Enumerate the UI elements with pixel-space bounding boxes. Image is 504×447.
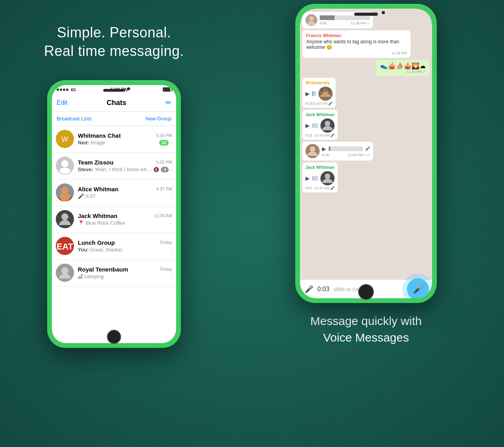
phone-inner-left: 4G 5:20 PM Edit Chats ✏ Broadcast Lists [52, 85, 176, 343]
signal-dots [57, 89, 68, 91]
svg-point-11 [61, 267, 68, 274]
jack-007-voice: ▶ [305, 171, 335, 185]
wolodarsky-bubble: Wolodarsky ▶ [302, 78, 336, 108]
wolodarsky-duration: 0:15 [305, 102, 313, 105]
new-group-button[interactable]: New Group [145, 116, 171, 122]
svg-text:W: W [62, 135, 68, 143]
signal-dot-4 [66, 89, 68, 91]
waveform-jack-032 [312, 123, 318, 128]
avatar-zissou [56, 157, 74, 175]
jack-032-voice: ▶ [305, 118, 335, 133]
phone-screen-right: 0:09 11:38 PM ✓ Francis Whitman Anyone w… [300, 9, 432, 298]
francis-sender: Francis Whitman [306, 33, 407, 38]
wolodarsky-footer: 0:15 11:42 AM 🎤 [305, 102, 333, 105]
chat-preview-text-zissou: Steve: Yeah, I think I know wha... [78, 166, 153, 172]
chat-preview-text-jack: 📍 Blue Rock Coffee [78, 220, 170, 226]
chat-preview-text-royal: 🏕 camping [78, 273, 170, 279]
voice-time-1: 11:38 PM ✓ [351, 21, 370, 25]
svg-point-13 [309, 16, 314, 21]
mic-018: 🎤 [365, 146, 370, 151]
chevron-whitmans: › [170, 140, 172, 146]
chat-item-lunch[interactable]: EAT Lunch Group Friday You: Great, thank… [52, 233, 176, 260]
msg-voice-018: ▶ 🎤 0:18 11:45 PM ✓✓ [302, 142, 373, 161]
emoji-content: 👟🎪⛵🎪🌄☁ [380, 62, 426, 70]
phone-camera-right [382, 11, 385, 14]
chat-preview-text-whitmans: Ned: Image [78, 140, 159, 146]
avatar-jack-032 [320, 118, 335, 133]
chat-item-zissou[interactable]: Team Zissou 5:02 PM Steve: Yeah, I think… [52, 153, 176, 179]
chat-messages: 0:09 11:38 PM ✓ Francis Whitman Anyone w… [300, 9, 432, 279]
phone-speaker [103, 89, 125, 92]
chat-name-lunch: Lunch Group [78, 239, 115, 246]
sub-nav: Broadcast Lists New Group [52, 112, 176, 126]
svg-point-7 [61, 213, 68, 220]
chat-header-lunch: Lunch Group Friday [78, 239, 172, 246]
chat-content-whitmans: Whitmans Chat 5:16 PM Ned: Image 50 › [78, 132, 172, 146]
chat-preview-whitmans: Ned: Image 50 › [78, 140, 172, 146]
chat-preview-alice: 🎤 0:07 › [78, 193, 172, 199]
signal-dot-1 [57, 89, 59, 91]
phone-right: 0:09 11:38 PM ✓ Francis Whitman Anyone w… [295, 4, 437, 303]
msg-francis: Francis Whitman Anyone who wants to tag … [302, 30, 410, 58]
chevron-alice: › [170, 193, 172, 199]
record-button[interactable]: 🎤 [407, 278, 429, 299]
emoji-time: 11:42 AM ✓ [380, 70, 426, 74]
waveform-018 [329, 146, 363, 151]
phone-camera [127, 87, 130, 90]
svg-point-18 [325, 121, 330, 126]
edit-button[interactable]: Edit [57, 99, 68, 106]
avatar-royal [56, 264, 74, 282]
chat-header-alice: Alice Whitman 4:37 PM [78, 186, 172, 192]
chat-content-royal: Royal Tenenbaum Friday 🏕 camping › [78, 266, 172, 280]
play-btn-018[interactable]: ▶ [322, 146, 326, 152]
chat-meta-whitmans: 50 › [159, 140, 172, 146]
msg-jack-007: Jack Whitman ▶ 0:07 [302, 163, 338, 192]
voice-avatar-1 [305, 14, 317, 26]
broadcast-lists-button[interactable]: Broadcast Lists [57, 116, 92, 122]
phone-screen-left: 4G 5:20 PM Edit Chats ✏ Broadcast Lists [52, 85, 176, 343]
francis-bubble: Francis Whitman Anyone who wants to tag … [302, 30, 410, 58]
muted-icon-zissou: 🔇 [153, 167, 159, 172]
svg-text:EAT: EAT [57, 242, 74, 251]
compose-button[interactable]: ✏ [166, 98, 171, 107]
chat-list: W Whitmans Chat 5:16 PM Ned: Image [52, 126, 176, 343]
avatar-voice-018 [305, 144, 320, 158]
jack-007-sender: Jack Whitman [305, 165, 335, 170]
nav-bar: Edit Chats ✏ [52, 94, 176, 112]
play-btn-jack-032[interactable]: ▶ [305, 122, 310, 129]
voice-018-controls: ▶ 🎤 [322, 146, 370, 152]
francis-text: Anyone who wants to tag along is more th… [306, 39, 407, 50]
signal-dot-3 [63, 89, 65, 91]
voice-018-bubble: ▶ 🎤 0:18 11:45 PM ✓✓ [302, 142, 373, 161]
chevron-royal: › [170, 273, 172, 280]
chat-preview-text-alice: 🎤 0:07 [78, 193, 170, 199]
waveform-area-1: 0:09 11:38 PM ✓ [320, 15, 370, 25]
chat-preview-text-lunch: You: Great, thanks! [78, 247, 170, 253]
play-btn-jack-007[interactable]: ▶ [305, 175, 310, 181]
chat-content-zissou: Team Zissou 5:02 PM Steve: Yeah, I think… [78, 159, 172, 173]
left-tagline: Simple. Personal. Real time messaging. [44, 24, 184, 61]
chat-content-lunch: Lunch Group Friday You: Great, thanks! › [78, 239, 172, 253]
voice-018-footer: 0:18 11:45 PM ✓✓ [322, 153, 370, 157]
chat-item-jack[interactable]: Jack Whitman 11:30 AM 📍 Blue Rock Coffee… [52, 206, 176, 233]
chat-name-jack: Jack Whitman [78, 212, 118, 219]
phone-home-button-right[interactable] [358, 284, 374, 300]
avatar-jack-007 [320, 171, 335, 185]
chat-name-royal: Royal Tenenbaum [78, 266, 128, 273]
chat-item-alice[interactable]: Alice Whitman 4:37 PM 🎤 0:07 › [52, 179, 176, 206]
chat-item-royal[interactable]: Royal Tenenbaum Friday 🏕 camping › [52, 260, 176, 286]
page-layout: Simple. Personal. Real time messaging. [0, 0, 504, 447]
jack-007-bubble: Jack Whitman ▶ 0:07 [302, 163, 338, 192]
phone-home-button-left[interactable] [107, 330, 121, 344]
battery-icon [163, 87, 171, 92]
play-btn-wolodarsky[interactable]: ▶ [305, 91, 310, 97]
record-mic-icon: 🎤 [305, 285, 313, 294]
chat-content-alice: Alice Whitman 4:37 PM 🎤 0:07 › [78, 186, 172, 199]
jack-032-bubble: Jack Whitman ▶ 0:32 [302, 110, 338, 140]
chat-time-zissou: 5:02 PM [156, 160, 172, 164]
wolodarsky-sender: Wolodarsky [305, 80, 333, 85]
chat-time-whitmans: 5:16 PM [156, 133, 172, 138]
bottom-tagline: Message quickly with Voice Messages [310, 313, 421, 346]
chat-preview-zissou: Steve: Yeah, I think I know wha... 🔇 4 › [78, 166, 172, 173]
chat-item-whitmans[interactable]: W Whitmans Chat 5:16 PM Ned: Image [52, 126, 176, 153]
